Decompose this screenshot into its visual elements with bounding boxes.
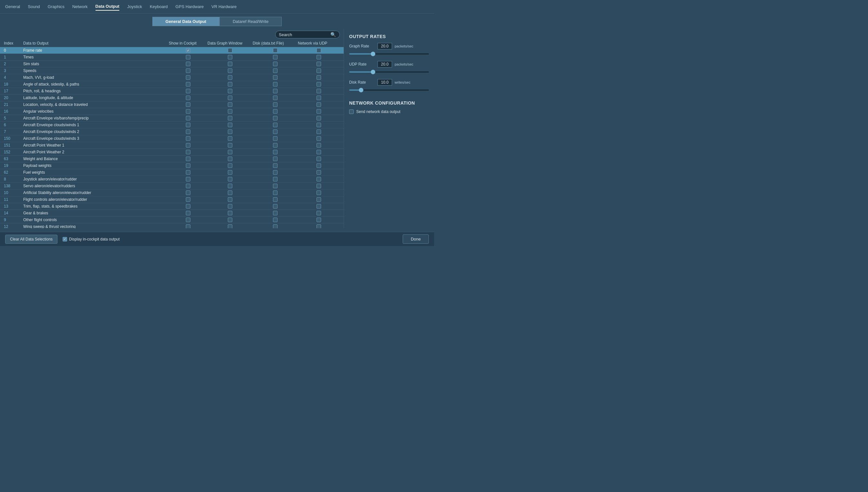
row-checkbox[interactable] <box>186 102 190 107</box>
row-checkbox[interactable] <box>273 102 278 107</box>
checkbox-cell[interactable] <box>253 109 298 114</box>
table-row[interactable]: 152 Aircraft Point Weather 2 <box>0 149 343 155</box>
row-checkbox[interactable] <box>273 69 278 73</box>
row-checkbox[interactable] <box>273 96 278 100</box>
row-checkbox[interactable] <box>273 184 278 188</box>
row-checkbox[interactable] <box>186 89 190 93</box>
row-checkbox[interactable] <box>186 82 190 87</box>
display-cockpit-checkbox[interactable] <box>62 237 67 242</box>
checkbox-cell[interactable] <box>298 191 340 195</box>
row-checkbox[interactable] <box>316 136 321 141</box>
row-checkbox[interactable] <box>186 55 190 59</box>
table-row[interactable]: 4 Mach, VVI, g-load <box>0 74 343 81</box>
table-row[interactable]: 1 Times <box>0 54 343 61</box>
nav-general[interactable]: General <box>5 3 20 10</box>
row-checkbox[interactable] <box>228 197 232 202</box>
row-checkbox[interactable] <box>186 163 190 168</box>
nav-vr-hardware[interactable]: VR Hardware <box>211 3 236 10</box>
row-checkbox[interactable] <box>228 204 232 208</box>
row-checkbox[interactable] <box>228 96 232 100</box>
checkbox-cell[interactable] <box>207 55 253 59</box>
table-row[interactable]: 2 Sim stats <box>0 61 343 68</box>
row-checkbox[interactable] <box>273 62 278 66</box>
checkbox-cell[interactable] <box>169 211 207 215</box>
done-button[interactable]: Done <box>403 235 429 244</box>
checkbox-cell[interactable] <box>298 197 340 202</box>
row-checkbox[interactable] <box>186 177 190 181</box>
checkbox-cell[interactable] <box>207 62 253 66</box>
udp-rate-slider[interactable] <box>349 69 429 75</box>
checkbox-cell[interactable] <box>207 177 253 181</box>
row-checkbox[interactable] <box>316 191 321 195</box>
checkbox-cell[interactable] <box>298 55 340 59</box>
row-checkbox[interactable] <box>316 177 321 181</box>
row-checkbox[interactable] <box>228 62 232 66</box>
checkbox-cell[interactable] <box>253 55 298 59</box>
row-checkbox[interactable] <box>316 96 321 100</box>
row-checkbox[interactable] <box>186 129 190 134</box>
row-checkbox[interactable] <box>273 204 278 208</box>
row-checkbox[interactable] <box>186 69 190 73</box>
checkbox-cell[interactable] <box>169 156 207 161</box>
row-checkbox[interactable] <box>228 191 232 195</box>
checkbox-cell[interactable] <box>207 184 253 188</box>
row-checkbox[interactable] <box>186 204 190 208</box>
table-row[interactable]: 18 Angle of attack, sideslip, & paths <box>0 81 343 88</box>
row-checkbox[interactable] <box>316 163 321 168</box>
row-checkbox[interactable] <box>228 129 232 134</box>
row-checkbox[interactable] <box>186 156 190 161</box>
table-row[interactable]: 20 Latitude, longitude, & altitude <box>0 95 343 101</box>
checkbox-cell[interactable] <box>298 136 340 141</box>
checkbox-cell[interactable] <box>253 150 298 154</box>
checkbox-cell[interactable] <box>253 191 298 195</box>
row-checkbox[interactable] <box>186 224 190 228</box>
checkbox-cell[interactable] <box>298 82 340 87</box>
checkbox-cell[interactable] <box>169 177 207 181</box>
row-checkbox[interactable] <box>273 191 278 195</box>
graph-rate-slider[interactable] <box>349 51 429 56</box>
row-checkbox[interactable] <box>273 163 278 168</box>
checkbox-cell[interactable] <box>169 55 207 59</box>
checkbox-cell[interactable] <box>169 170 207 175</box>
checkbox-cell[interactable] <box>169 150 207 154</box>
checkbox-cell[interactable] <box>298 102 340 107</box>
checkbox-cell[interactable] <box>169 48 207 53</box>
checkbox-cell[interactable] <box>207 89 253 93</box>
checkbox-cell[interactable] <box>169 102 207 107</box>
table-row[interactable]: 7 Aircraft Envelope clouds/winds 2 <box>0 128 343 135</box>
nav-sound[interactable]: Sound <box>28 3 40 10</box>
checkbox-cell[interactable] <box>253 211 298 215</box>
checkbox-cell[interactable] <box>169 204 207 208</box>
table-row[interactable]: 63 Weight and Balance <box>0 155 343 163</box>
checkbox-cell[interactable] <box>298 116 340 120</box>
checkbox-cell[interactable] <box>253 156 298 161</box>
table-row[interactable]: 21 Location, velocity, & distance travel… <box>0 101 343 108</box>
row-checkbox[interactable] <box>316 150 321 154</box>
row-checkbox[interactable] <box>228 136 232 141</box>
checkbox-cell[interactable] <box>253 163 298 168</box>
row-checkbox[interactable] <box>273 170 278 175</box>
checkbox-cell[interactable] <box>253 75 298 80</box>
row-checkbox[interactable] <box>186 48 190 53</box>
checkbox-cell[interactable] <box>169 123 207 127</box>
checkbox-cell[interactable] <box>298 75 340 80</box>
checkbox-cell[interactable] <box>253 116 298 120</box>
checkbox-cell[interactable] <box>253 224 298 228</box>
row-checkbox[interactable] <box>273 55 278 59</box>
checkbox-cell[interactable] <box>253 170 298 175</box>
row-checkbox[interactable] <box>316 170 321 175</box>
row-checkbox[interactable] <box>316 224 321 228</box>
row-checkbox[interactable] <box>273 129 278 134</box>
row-checkbox[interactable] <box>316 55 321 59</box>
row-checkbox[interactable] <box>228 163 232 168</box>
row-checkbox[interactable] <box>273 211 278 215</box>
checkbox-cell[interactable] <box>253 123 298 127</box>
search-bar[interactable]: 🔍 <box>275 31 340 39</box>
tab-dataref-read-write[interactable]: Dataref Read/Write <box>220 17 282 26</box>
checkbox-cell[interactable] <box>207 218 253 222</box>
table-row[interactable]: 0 Frame rate <box>0 47 343 54</box>
checkbox-cell[interactable] <box>253 89 298 93</box>
checkbox-cell[interactable] <box>253 136 298 141</box>
checkbox-cell[interactable] <box>298 184 340 188</box>
row-checkbox[interactable] <box>316 156 321 161</box>
